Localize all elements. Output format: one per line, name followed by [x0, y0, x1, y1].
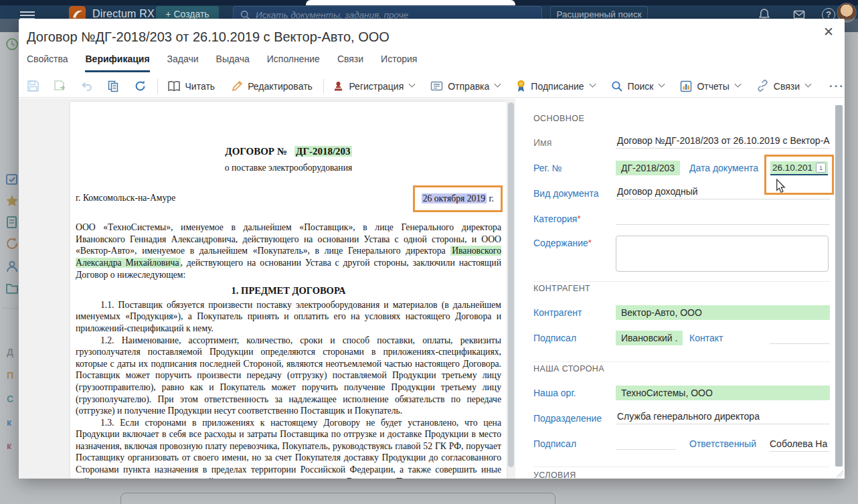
chevron-down-icon — [659, 81, 665, 88]
department-label[interactable]: Подразделение — [533, 413, 614, 424]
ribbon-medal-icon — [516, 80, 526, 92]
undo-button[interactable] — [80, 80, 93, 92]
save-button[interactable] — [27, 80, 39, 92]
search-label: Поиск — [628, 81, 654, 92]
registration-label: Регистрация — [349, 81, 404, 92]
doc-date-field[interactable]: 26.10.201 1 — [770, 161, 828, 175]
contract-date-highlight: 26 октября 2019 — [422, 193, 487, 203]
contract-clause: 1.3. Если сторонами в приложениях к наст… — [76, 417, 501, 479]
form-scrollbar[interactable] — [835, 105, 843, 467]
category-label-text: Категория — [533, 214, 577, 224]
edit-label: Редактировать — [248, 81, 313, 92]
doc-date-label[interactable]: Дата документа — [689, 163, 758, 173]
category-field[interactable] — [616, 214, 830, 225]
mouse-cursor — [776, 179, 786, 193]
document-card-dialog: ✕ Договор №ДГ-2018/203 от 26.10.2019 с В… — [19, 19, 845, 479]
calendar-icon[interactable]: 1 — [816, 163, 826, 173]
screen: Directum RX + Создать Искать документы, … — [0, 0, 858, 504]
contact-field[interactable] — [770, 333, 830, 344]
sending-menu-button[interactable]: Отправка — [430, 80, 500, 92]
content-label[interactable]: Содержание* — [533, 238, 614, 248]
signed-by-field[interactable]: Ивановский . — [616, 331, 686, 345]
send-list-icon — [430, 80, 443, 92]
contact-label[interactable]: Контакт — [689, 333, 723, 343]
modal-overlay — [845, 19, 858, 479]
edit-button[interactable]: Редактировать — [231, 80, 313, 92]
read-label: Читать — [185, 81, 216, 92]
form-divider — [533, 361, 830, 362]
department-field[interactable]: Служба генерального директора — [616, 411, 830, 424]
counterparty-field[interactable]: Вектор-Авто, ООО — [616, 305, 830, 320]
reg-number-label[interactable]: Рег. № — [533, 163, 614, 173]
contract-subtitle: о поставке электрооборудования — [76, 162, 501, 174]
links-menu-button[interactable]: Связи — [756, 80, 810, 92]
chain-link-icon — [756, 80, 769, 92]
content-textarea[interactable] — [616, 236, 829, 272]
save-and-close-button[interactable] — [54, 80, 66, 92]
tab-tasks[interactable]: Задачи — [167, 54, 199, 72]
chevron-down-icon — [589, 81, 596, 88]
dialog-resize-grip[interactable] — [836, 470, 843, 477]
content-label-text: Содержание — [533, 238, 588, 248]
required-mark: * — [588, 238, 592, 248]
responsible-field[interactable]: Соболева На — [770, 438, 830, 452]
contract-intro-paragraph: ООО «ТехноСистемы», именуемое в дальнейш… — [76, 222, 501, 280]
sending-label: Отправка — [448, 81, 489, 92]
category-label[interactable]: Категория* — [533, 214, 614, 224]
modal-overlay — [0, 19, 19, 504]
signed-by-label[interactable]: Подписал — [533, 333, 614, 343]
refresh-button[interactable] — [134, 80, 147, 92]
chevron-down-icon — [409, 81, 416, 88]
contract-city-date-row: г. Комсомольск-на-Амуре 26 октября 2019 … — [76, 185, 501, 212]
our-signed-by-label[interactable]: Подписал — [533, 438, 614, 449]
close-icon[interactable]: ✕ — [821, 23, 837, 41]
reports-menu-button[interactable]: Отчеты — [680, 80, 740, 92]
required-mark: * — [577, 214, 580, 224]
section-counterparty: КОНТРАГЕНТ — [533, 284, 590, 293]
registration-menu-button[interactable]: Регистрация — [333, 80, 414, 92]
contract-city: г. Комсомольск-на-Амуре — [76, 185, 175, 204]
search-menu-button[interactable]: Поиск — [611, 80, 665, 92]
contract-section-heading: 1. ПРЕДМЕТ ДОГОВОРА — [76, 285, 501, 297]
read-button[interactable]: Читать — [167, 80, 216, 92]
stamp-icon — [333, 80, 344, 92]
name-field[interactable]: Договор №ДГ-2018/203 от 26.10.2019 с Век… — [616, 135, 830, 149]
dialog-tabs: Свойства Верификация Задачи Выдача Испол… — [27, 54, 417, 72]
date-annotation-box: 26 октября 2019 г. — [413, 185, 503, 212]
tab-execution[interactable]: Исполнение — [267, 54, 320, 72]
dialog-toolbar: Читать Редактировать Регистрация Отправк… — [19, 75, 845, 98]
contract-clause: 1.1. Поставщик обязуется произвести пост… — [76, 299, 501, 335]
copy-button[interactable] — [107, 80, 120, 92]
our-org-field[interactable]: ТехноСистемы, ООО — [616, 386, 830, 400]
modal-overlay — [19, 479, 858, 504]
doc-kind-label[interactable]: Вид документа — [533, 188, 614, 199]
counterparty-label[interactable]: Контрагент — [533, 307, 614, 318]
card-form-pane: ОСНОВНОЕ Имя Договор №ДГ-2018/203 от 26.… — [515, 98, 845, 479]
form-divider — [533, 281, 830, 282]
contract-number-highlight: ДГ-2018/203 — [294, 146, 352, 157]
reg-number-field[interactable]: ДГ-2018/203 — [616, 161, 689, 175]
tab-issuance[interactable]: Выдача — [216, 54, 250, 72]
more-actions-button[interactable]: ··· — [829, 80, 845, 93]
document-preview-pane: ДОГОВОР № ДГ-2018/203 о поставке электро… — [19, 98, 515, 479]
form-divider — [533, 467, 830, 467]
dialog-title: Договор №ДГ-2018/203 от 26.10.2019 с Век… — [27, 29, 390, 45]
our-signed-by-field[interactable] — [616, 438, 676, 450]
chevron-down-icon — [805, 81, 812, 88]
signing-menu-button[interactable]: Подписание — [516, 80, 594, 92]
tab-links[interactable]: Связи — [337, 54, 363, 72]
section-terms: УСЛОВИЯ — [533, 471, 576, 479]
browser-tab — [306, 0, 515, 5]
preview-scrollbar[interactable] — [508, 102, 514, 467]
our-org-label[interactable]: Наша орг. — [533, 388, 614, 398]
contract-title-label: ДОГОВОР № — [225, 146, 286, 157]
tab-verification[interactable]: Верификация — [85, 54, 149, 72]
tab-properties[interactable]: Свойства — [27, 54, 68, 72]
chevron-down-icon — [495, 81, 501, 88]
reg-number-value: ДГ-2018/203 — [616, 161, 680, 175]
contract-date-suffix: г. — [487, 193, 494, 203]
reports-label: Отчеты — [697, 81, 729, 92]
responsible-label[interactable]: Ответственный — [689, 438, 756, 449]
tab-history[interactable]: История — [381, 54, 417, 72]
book-icon — [167, 80, 181, 92]
